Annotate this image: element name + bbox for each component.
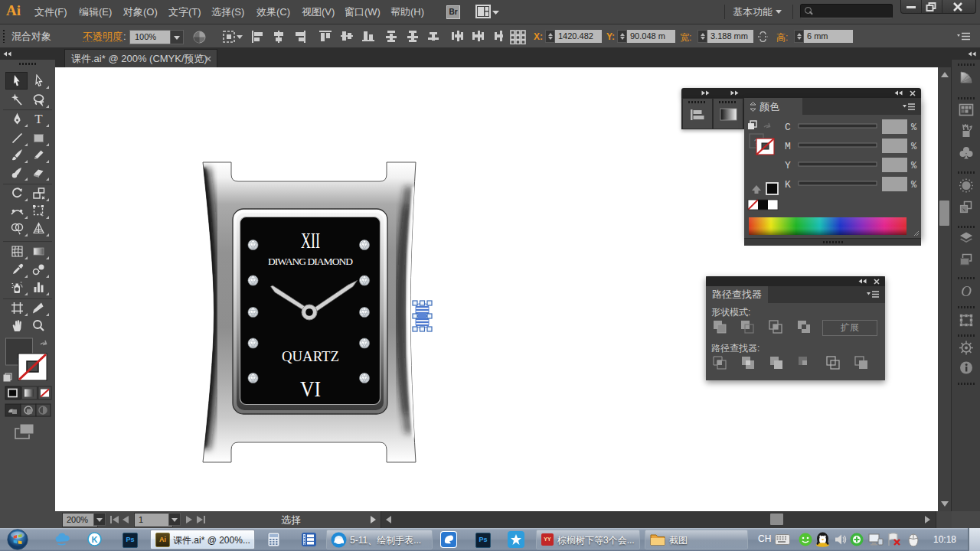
svg-text:%: % — [911, 122, 917, 133]
svg-text:DIWANG DIAMOND: DIWANG DIAMOND — [268, 256, 353, 267]
svg-text:T: T — [34, 112, 43, 126]
svg-text:M: M — [785, 141, 791, 152]
svg-text:O: O — [961, 284, 972, 298]
svg-text:C: C — [785, 122, 791, 133]
svg-text:XII: XII — [301, 227, 320, 253]
svg-text:QUARTZ: QUARTZ — [282, 348, 339, 364]
svg-text:K: K — [92, 535, 98, 544]
svg-text:%: % — [911, 142, 917, 152]
svg-text:K: K — [785, 179, 791, 191]
svg-text:Y: Y — [785, 160, 791, 171]
svg-text:%: % — [911, 180, 917, 191]
svg-text:VI: VI — [300, 376, 321, 401]
svg-text:%: % — [911, 161, 917, 171]
